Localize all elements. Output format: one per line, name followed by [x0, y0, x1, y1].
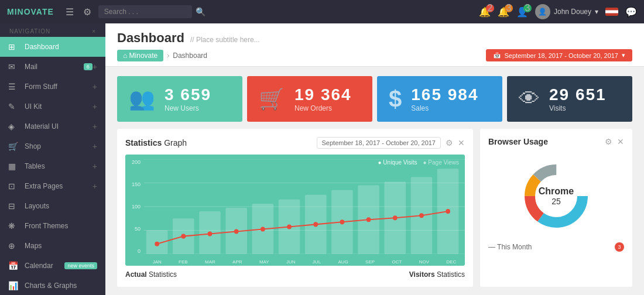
svg-point-19: [208, 232, 213, 236]
chart-date-range[interactable]: September 18, 2017 - October 20, 2017: [317, 137, 441, 149]
browser-title: Browser Usage: [488, 137, 548, 146]
dashboard-icon: ⊞: [8, 42, 20, 52]
y-axis-labels: 200 150 100 50 0: [125, 159, 143, 254]
tables-icon: ▦: [8, 162, 20, 171]
charts-icon: 📊: [8, 281, 20, 290]
expand-icon[interactable]: +: [93, 102, 97, 111]
stats-row: 👥 3 659 New Users 🛒 19 364 New Orders $ …: [105, 67, 644, 129]
sidebar-item-dashboard[interactable]: ⊞ Dashboard: [0, 37, 105, 57]
svg-point-20: [234, 229, 239, 234]
sidebar-item-mail[interactable]: ✉ Mail 6 +: [0, 57, 105, 77]
browser-controls: ⚙ ✕: [605, 137, 624, 146]
chart-svg: [144, 159, 465, 254]
topbar-right: 🔔 2 🔔 3 👤 3 👤 John Douey ▾ 💬: [479, 4, 637, 19]
notification-bell-2[interactable]: 🔔 3: [498, 6, 509, 18]
shop-icon: 🛒: [8, 142, 20, 151]
stat-number: 29 651: [549, 85, 607, 104]
expand-icon[interactable]: +: [93, 82, 97, 91]
user-menu[interactable]: 👤 John Douey ▾: [535, 4, 598, 19]
user-name: John Douey: [554, 8, 591, 16]
sidebar-item-charts-graphs[interactable]: 📊 Charts & Graphs: [0, 276, 105, 295]
breadcrumb-home[interactable]: ⌂ Minovate: [117, 50, 163, 61]
breadcrumb-separator: ›: [167, 52, 169, 60]
x-label: NOV: [419, 259, 429, 265]
chart-footer: Actual Statistics Visitors Statistics: [125, 270, 465, 279]
stat-info-orders: 19 364 New Orders: [294, 85, 352, 112]
page-title: Dashboard: [117, 30, 184, 46]
x-label: DEC: [446, 259, 456, 265]
expand-icon[interactable]: +: [93, 181, 97, 191]
chart-close-icon[interactable]: ✕: [458, 138, 465, 148]
chat-icon[interactable]: 💬: [625, 6, 637, 18]
search-input[interactable]: [98, 5, 192, 18]
y-label: 150: [125, 181, 143, 187]
browser-settings-icon[interactable]: ⚙: [605, 137, 612, 146]
stat-label: Sales: [411, 104, 478, 112]
calendar-icon: 📅: [493, 52, 501, 59]
mail-icon: ✉: [8, 62, 20, 71]
browser-close-icon[interactable]: ✕: [617, 137, 624, 146]
app-logo: MINOVATE: [7, 7, 54, 16]
avatar: 👤: [535, 4, 550, 19]
new-events-badge: new events: [64, 262, 97, 269]
search-icon[interactable]: 🔍: [196, 7, 205, 16]
dropdown-arrow: ▾: [595, 8, 598, 16]
themes-icon: ❋: [8, 221, 20, 231]
x-label: SEP: [365, 259, 375, 265]
uikit-icon: ✎: [8, 102, 20, 111]
sidebar-item-material-ui[interactable]: ◈ Material UI +: [0, 116, 105, 136]
sidebar-item-label: UI Kit: [25, 102, 93, 111]
sidebar-item-label: Front Themes: [25, 222, 97, 230]
sidebar-item-label: Material UI: [25, 122, 93, 131]
breadcrumb: ⌂ Minovate › Dashboard: [117, 50, 207, 61]
svg-point-27: [419, 213, 424, 218]
mail-badge: 6: [84, 63, 93, 70]
sidebar-item-front-themes[interactable]: ❋ Front Themes: [0, 216, 105, 236]
expand-icon[interactable]: +: [93, 62, 97, 71]
notification-bell-1[interactable]: 🔔 2: [479, 6, 491, 18]
sidebar-item-layouts[interactable]: ⊟ Layouts: [0, 196, 105, 216]
breadcrumb-bar: ⌂ Minovate › Dashboard 📅 September 18, 2…: [117, 49, 632, 61]
sidebar-item-ui-kit[interactable]: ✎ UI Kit +: [0, 97, 105, 116]
breadcrumb-current: Dashboard: [173, 52, 207, 60]
language-flag[interactable]: [605, 8, 618, 16]
sidebar-item-shop[interactable]: 🛒 Shop +: [0, 136, 105, 156]
sidebar-nav-label: NAVIGATION ×: [0, 23, 105, 37]
stat-info-visits: 29 651 Visits: [549, 85, 607, 112]
statistics-chart-panel: Statistics Graph September 18, 2017 - Oc…: [117, 129, 473, 287]
notification-count-3: 3: [523, 4, 532, 12]
page-subtitle: // Place subtitle here...: [190, 36, 260, 44]
stat-info-users: 3 659 New Users: [165, 85, 211, 112]
x-label: MAY: [259, 259, 269, 265]
sidebar-item-maps[interactable]: ⊕ Maps: [0, 236, 105, 256]
this-month-label: — This Month: [488, 243, 532, 251]
stat-label: Visits: [549, 104, 607, 112]
sidebar-item-form-stuff[interactable]: ☰ Form Stuff +: [0, 77, 105, 97]
svg-point-23: [313, 222, 318, 227]
content-row: Statistics Graph September 18, 2017 - Oc…: [105, 129, 644, 294]
settings-icon[interactable]: ⚙: [81, 5, 94, 19]
chart-settings-icon[interactable]: ⚙: [446, 138, 453, 148]
visitors-stats-label: Visitors Statistics: [409, 270, 465, 279]
donut-chart: Chrome 25: [518, 158, 594, 234]
eye-icon: 👁: [519, 87, 540, 111]
sidebar-item-calendar[interactable]: 📅 Calendar new events: [0, 256, 105, 276]
donut-chart-container: Chrome 25: [488, 152, 624, 240]
actual-stats-label: Actual Statistics: [125, 270, 177, 279]
sidebar-item-label: Tables: [25, 162, 93, 170]
x-label: AUG: [338, 259, 348, 265]
menu-icon[interactable]: ☰: [63, 5, 76, 19]
svg-point-26: [393, 215, 398, 220]
expand-icon[interactable]: +: [93, 122, 97, 131]
notification-user-3[interactable]: 👤 3: [516, 6, 528, 18]
sidebar-item-extra-pages[interactable]: ⊡ Extra Pages +: [0, 176, 105, 196]
users-icon: 👥: [129, 87, 155, 111]
stat-card-orders: 🛒 19 364 New Orders: [247, 76, 372, 122]
expand-icon[interactable]: +: [93, 142, 97, 151]
date-range-picker[interactable]: 📅 September 18, 2017 - October 20, 2017 …: [486, 49, 632, 61]
expand-icon[interactable]: +: [93, 162, 97, 171]
sidebar-item-tables[interactable]: ▦ Tables +: [0, 156, 105, 176]
x-label: JAN: [153, 259, 162, 265]
layout: NAVIGATION × ⊞ Dashboard ✉ Mail 6 + ☰ Fo…: [0, 23, 644, 295]
form-icon: ☰: [8, 82, 20, 91]
